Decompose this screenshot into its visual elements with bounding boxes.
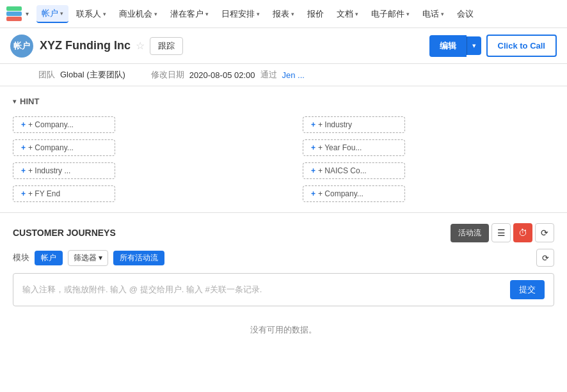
nav-arrow-reports: ▾ <box>291 11 294 17</box>
team-label: 团队 <box>38 69 55 81</box>
svg-rect-2 <box>6 6 22 11</box>
nav-item-documents[interactable]: 文档 ▾ <box>331 6 363 22</box>
module-tag[interactable]: 帐户 <box>35 251 63 265</box>
filter-dropdown-arrow-icon: ▾ <box>99 253 102 262</box>
account-header: 帐户 XYZ Funding Inc ☆ 跟踪 编辑 ▾ Click to Ca… <box>0 28 567 64</box>
nav-arrow-contacts: ▾ <box>103 11 106 17</box>
nav-item-quotes[interactable]: 报价 <box>302 6 329 22</box>
nav-label-accounts: 帐户 <box>42 8 58 19</box>
hint-header[interactable]: ▾ HINT <box>13 97 554 106</box>
nav-label-quotes: 报价 <box>307 8 324 20</box>
nav-arrow-email: ▾ <box>406 11 410 17</box>
nav-item-email[interactable]: 电子邮件 ▾ <box>366 6 415 22</box>
customer-journeys-section: CUSTOMER JOURNEYS 活动流 ☰ ⏱ ⟳ 模块 帐户 筛选器 ▾ … <box>0 213 567 354</box>
avatar: 帐户 <box>10 35 33 58</box>
filter-dropdown-label: 筛选器 <box>74 253 97 263</box>
nav-item-contacts[interactable]: 联系人 ▾ <box>71 6 111 22</box>
huodongliu-button[interactable]: 活动流 <box>451 224 489 242</box>
settings-icon-button[interactable]: ⟳ <box>535 223 554 242</box>
hint-chevron-icon: ▾ <box>13 98 16 105</box>
header-actions: 编辑 ▾ Click to Call <box>429 35 557 57</box>
top-navigation: ▾ 帐户 ▾ 联系人 ▾ 商业机会 ▾ 潜在客户 ▾ 日程安排 ▾ 报表 ▾ 报… <box>0 0 567 28</box>
meta-row: 团队 Global (主要团队) 修改日期 2020-08-05 02:00 通… <box>0 64 567 86</box>
all-activities-tag[interactable]: 所有活动流 <box>113 251 164 265</box>
no-data-message: 没有可用的数据。 <box>13 311 554 349</box>
fields-right-column: + + Industry + + Year Fou... + + NAICS C… <box>303 116 554 202</box>
nav-item-meetings[interactable]: 会议 <box>452 6 479 22</box>
nav-label-contacts: 联系人 <box>76 8 101 20</box>
nav-arrow-opportunities: ▾ <box>154 11 157 17</box>
filter-dropdown[interactable]: 筛选器 ▾ <box>68 250 108 266</box>
submit-button[interactable]: 提交 <box>510 280 545 299</box>
nav-item-reports[interactable]: 报表 ▾ <box>268 6 299 22</box>
nav-label-leads: 潜在客户 <box>170 8 204 20</box>
logo[interactable]: ▾ <box>5 5 31 23</box>
cj-action-group: 活动流 ☰ ⏱ ⟳ <box>451 223 554 242</box>
svg-rect-1 <box>6 12 22 16</box>
nav-label-email: 电子邮件 <box>371 8 404 20</box>
field-naics[interactable]: + + NAICS Co... <box>303 162 405 179</box>
field-fy-end[interactable]: + + FY End <box>13 185 115 202</box>
modified-value: 2020-08-05 02:00 <box>189 70 255 80</box>
follow-button[interactable]: 跟踪 <box>150 37 183 55</box>
comment-placeholder[interactable]: 输入注释，或拖放附件. 输入 @ 提交给用户. 输入 #关联一条记录. <box>22 284 262 295</box>
team-meta: 团队 Global (主要团队) <box>38 69 125 81</box>
nav-arrow-accounts: ▾ <box>60 10 63 17</box>
nav-item-accounts[interactable]: 帐户 ▾ <box>36 5 68 23</box>
nav-label-phone: 电话 <box>422 8 439 20</box>
nav-label-meetings: 会议 <box>457 8 474 20</box>
nav-label-opportunities: 商业机会 <box>119 8 152 20</box>
edit-dropdown-button[interactable]: ▾ <box>467 36 481 55</box>
modified-meta: 修改日期 2020-08-05 02:00 通过 Jen ... <box>151 69 305 81</box>
field-company-2[interactable]: + + Company... <box>13 139 115 156</box>
nav-arrow-phone: ▾ <box>441 11 444 17</box>
clock-icon-button[interactable]: ⏱ <box>513 223 532 242</box>
edit-button-group: 编辑 ▾ <box>429 35 481 57</box>
comment-box: 输入注释，或拖放附件. 输入 @ 提交给用户. 输入 #关联一条记录. 提交 <box>13 273 554 306</box>
nav-label-schedule: 日程安排 <box>221 8 255 20</box>
modified-user-link[interactable]: Jen ... <box>282 70 305 80</box>
nav-item-opportunities[interactable]: 商业机会 ▾ <box>114 6 163 22</box>
hint-title: HINT <box>20 97 39 106</box>
field-company-1[interactable]: + + Company... <box>13 116 115 133</box>
customer-journeys-title: CUSTOMER JOURNEYS <box>13 228 116 238</box>
field-industry[interactable]: + + Industry ... <box>13 162 115 179</box>
account-name: XYZ Funding Inc <box>40 39 131 52</box>
fields-grid: + + Company... + + Company... + + Indust… <box>13 116 554 202</box>
nav-label-documents: 文档 <box>337 8 353 20</box>
nav-arrow-leads: ▾ <box>205 11 209 17</box>
hint-section: ▾ HINT + + Company... + + Company... + +… <box>0 86 567 213</box>
refresh-icon-button[interactable]: ⟳ <box>536 249 554 267</box>
edit-button[interactable]: 编辑 <box>429 35 467 57</box>
field-year-founded[interactable]: + + Year Fou... <box>303 139 405 156</box>
team-value: Global (主要团队) <box>60 69 125 81</box>
table-view-icon-button[interactable]: ☰ <box>491 223 511 242</box>
field-industry-2[interactable]: + + Industry <box>303 116 405 133</box>
filter-row: 模块 帐户 筛选器 ▾ 所有活动流 ⟳ <box>13 249 554 267</box>
nav-label-reports: 报表 <box>273 8 289 20</box>
svg-rect-0 <box>6 17 22 21</box>
nav-item-schedule[interactable]: 日程安排 ▾ <box>216 6 265 22</box>
modified-label: 修改日期 <box>151 69 184 81</box>
nav-item-leads[interactable]: 潜在客户 ▾ <box>165 6 214 22</box>
favorite-star-icon[interactable]: ☆ <box>136 40 145 52</box>
modified-by-label: 通过 <box>260 69 277 81</box>
click-to-call-button[interactable]: Click to Call <box>486 35 557 57</box>
field-company-3[interactable]: + + Company... <box>303 185 405 202</box>
module-label: 模块 <box>13 252 29 263</box>
logo-dropdown-arrow[interactable]: ▾ <box>26 10 29 17</box>
nav-arrow-schedule: ▾ <box>257 11 260 17</box>
nav-item-phone[interactable]: 电话 ▾ <box>417 6 449 22</box>
fields-left-column: + + Company... + + Company... + + Indust… <box>13 116 264 202</box>
nav-arrow-documents: ▾ <box>355 11 358 17</box>
customer-journeys-header: CUSTOMER JOURNEYS 活动流 ☰ ⏱ ⟳ <box>13 223 554 242</box>
